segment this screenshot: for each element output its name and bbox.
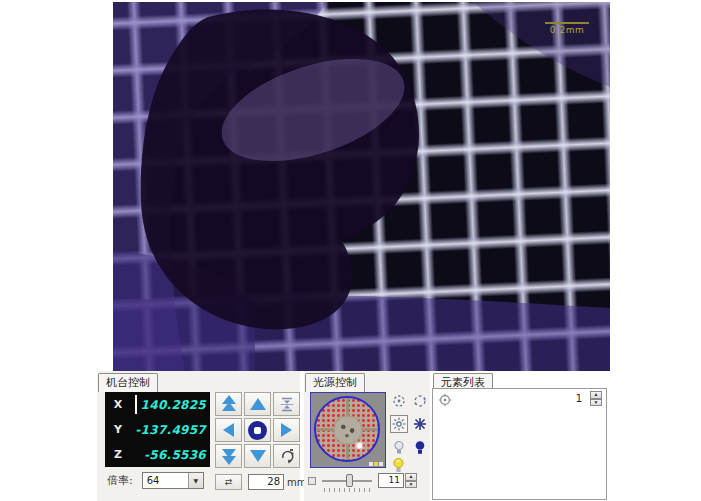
- spinner-up-button[interactable]: ▲: [405, 473, 417, 481]
- step-move-icon: ⇄: [225, 477, 233, 487]
- magnification-value: 64: [143, 475, 188, 486]
- jog-fast-up-button[interactable]: [215, 392, 242, 416]
- jog-left-button[interactable]: [215, 418, 242, 442]
- sun-icon: [392, 417, 406, 431]
- snowflake-icon: [413, 417, 427, 431]
- ring-segments-icon: [392, 394, 406, 408]
- target-icon: [438, 393, 452, 407]
- axis-value-z: -56.5536: [131, 448, 210, 462]
- double-down-arrow-icon: [222, 449, 236, 463]
- light-level-spinner: ▲ ▼: [405, 473, 417, 488]
- left-arrow-icon: [223, 423, 234, 437]
- go-origin-button[interactable]: [273, 444, 300, 468]
- axis-label-z: Z: [105, 448, 131, 461]
- scale-bar-label: 0.2mm: [541, 25, 593, 35]
- axis-caret: [135, 395, 137, 414]
- bulb-off-button[interactable]: [390, 438, 408, 456]
- magnification-select[interactable]: 64 ▼: [142, 472, 204, 489]
- double-up-arrow-icon: [222, 397, 236, 411]
- scale-bar-line: [545, 22, 589, 24]
- bulb-on-button[interactable]: [411, 438, 429, 456]
- axis-label-x: X: [105, 398, 131, 411]
- autofocus-button[interactable]: [273, 392, 300, 416]
- step-move-row: ⇄ 28 mm: [215, 474, 306, 490]
- scale-bar: 0.2mm: [541, 22, 593, 35]
- element-list-panel: 元素列表 1 ▲ ▼: [432, 371, 608, 501]
- bulb-yellow-icon: [392, 457, 405, 474]
- axis-value-x: 140.2825: [131, 398, 210, 412]
- element-spinner-down-button[interactable]: ▼: [590, 399, 602, 407]
- ring-all-segments-button[interactable]: [390, 392, 408, 410]
- preview-corner-markers: [369, 462, 383, 466]
- up-arrow-icon: [250, 398, 266, 410]
- chevron-down-icon[interactable]: ▼: [188, 473, 203, 488]
- microscope-live-view[interactable]: 0.2mm: [113, 2, 610, 371]
- app-window: 0.2mm 机台控制 X 140.2825 Y -137.4957 Z -56.…: [0, 0, 701, 501]
- ring-light-preview[interactable]: [310, 392, 386, 468]
- machine-control-panel: 机台控制 X 140.2825 Y -137.4957 Z -56.5536: [97, 371, 300, 501]
- stop-icon: [248, 421, 267, 440]
- jog-right-button[interactable]: [273, 418, 300, 442]
- ring-rotate-button[interactable]: [411, 392, 429, 410]
- magnification-row: 倍率: 64 ▼: [107, 472, 204, 489]
- jog-up-button[interactable]: [244, 392, 271, 416]
- sample-overlay: [113, 2, 610, 371]
- axis-label-y: Y: [105, 423, 131, 436]
- element-spinner: ▲ ▼: [590, 391, 602, 406]
- bulb-off-icon: [393, 440, 405, 455]
- go-origin-icon: [279, 448, 295, 464]
- spinner-down-button[interactable]: ▼: [405, 481, 417, 489]
- autofocus-icon: [279, 397, 295, 412]
- stop-button[interactable]: [244, 418, 271, 442]
- step-distance-input[interactable]: 28: [248, 474, 284, 490]
- right-arrow-icon: [281, 423, 292, 437]
- axis-row-x: X 140.2825: [105, 392, 210, 417]
- slider-handle[interactable]: [346, 474, 353, 487]
- light-level-input[interactable]: 11: [378, 473, 404, 488]
- axis-row-z: Z -56.5536: [105, 442, 210, 467]
- light-level-slider[interactable]: [322, 474, 372, 488]
- step-move-button[interactable]: ⇄: [215, 474, 242, 490]
- magnification-label: 倍率:: [107, 473, 133, 488]
- lamp-indicator[interactable]: [392, 457, 405, 474]
- jog-down-button[interactable]: [244, 444, 271, 468]
- light-control-panel: 光源控制: [304, 371, 430, 501]
- light-level-row: 11 ▲ ▼: [308, 473, 417, 488]
- element-list-box[interactable]: 1 ▲ ▼: [432, 388, 607, 500]
- slider-end-button[interactable]: [308, 477, 316, 485]
- axis-row-y: Y -137.4957: [105, 417, 210, 442]
- axis-value-y: -137.4957: [131, 423, 210, 437]
- jog-arrow-pad: [215, 392, 300, 468]
- coordinate-display: X 140.2825 Y -137.4957 Z -56.5536: [105, 392, 210, 467]
- ring-rotate-icon: [413, 394, 427, 408]
- slider-ticks: [324, 488, 370, 492]
- light-spot-marker: [357, 443, 362, 448]
- bulb-navy-icon: [414, 440, 426, 455]
- contour-light-button[interactable]: [411, 415, 429, 433]
- surface-light-button[interactable]: [390, 415, 408, 433]
- element-count: 1: [576, 393, 582, 404]
- down-arrow-icon: [250, 450, 266, 462]
- tab-machine-control[interactable]: 机台控制: [98, 373, 158, 392]
- light-mode-buttons: [390, 392, 429, 459]
- element-spinner-up-button[interactable]: ▲: [590, 391, 602, 399]
- tab-light-control[interactable]: 光源控制: [305, 373, 365, 392]
- jog-fast-down-button[interactable]: [215, 444, 242, 468]
